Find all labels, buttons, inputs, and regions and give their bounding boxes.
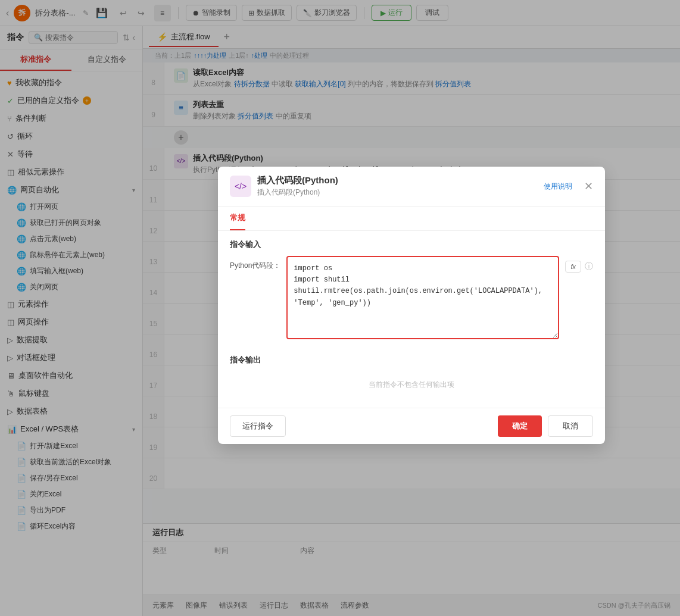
modal-tab-general[interactable]: 常规 <box>230 207 245 230</box>
run-command-button[interactable]: 运行指令 <box>230 415 286 437</box>
cancel-button[interactable]: 取消 <box>548 415 593 437</box>
modal-footer-left: 运行指令 <box>230 415 286 437</box>
confirm-button[interactable]: 确定 <box>498 415 542 437</box>
modal: </> 插入代码段(Python) 插入代码段(Python) 使用说明 ✕ 常… <box>218 167 605 444</box>
modal-footer: 运行指令 确定 取消 <box>218 408 605 444</box>
info-icon[interactable]: ⓘ <box>585 261 593 272</box>
modal-close-button[interactable]: ✕ <box>584 180 593 193</box>
modal-output-title: 指令输出 <box>230 355 593 365</box>
python-field-label: Python代码段： <box>230 256 280 271</box>
python-code-icon: </> <box>235 182 247 191</box>
python-code-input[interactable]: import os import shutil shutil.rmtree(os… <box>286 256 559 339</box>
fx-button[interactable]: fx <box>565 261 581 273</box>
modal-field-icons: fx ⓘ <box>565 256 593 273</box>
modal-output-empty: 当前指令不包含任何输出项 <box>230 370 593 399</box>
modal-title: 插入代码段(Python) <box>257 175 338 186</box>
modal-help-link[interactable]: 使用说明 <box>544 182 572 192</box>
modal-overlay: </> 插入代码段(Python) 插入代码段(Python) 使用说明 ✕ 常… <box>0 0 680 616</box>
modal-footer-right: 确定 取消 <box>498 415 593 437</box>
modal-output-section: 指令输出 当前指令不包含任何输出项 <box>218 346 605 408</box>
modal-body: 常规 指令输入 Python代码段： import os import shut… <box>218 207 605 408</box>
modal-tabs: 常规 <box>218 207 605 231</box>
modal-header-icon: </> <box>230 176 251 197</box>
modal-header: </> 插入代码段(Python) 插入代码段(Python) 使用说明 ✕ <box>218 167 605 207</box>
modal-section-input: 指令输入 Python代码段： import os import shutil … <box>218 231 605 339</box>
modal-section-input-title: 指令输入 <box>230 239 593 250</box>
modal-header-texts: 插入代码段(Python) 插入代码段(Python) <box>257 175 338 198</box>
modal-field-python: Python代码段： import os import shutil shuti… <box>230 256 593 339</box>
modal-subtitle: 插入代码段(Python) <box>257 187 338 198</box>
